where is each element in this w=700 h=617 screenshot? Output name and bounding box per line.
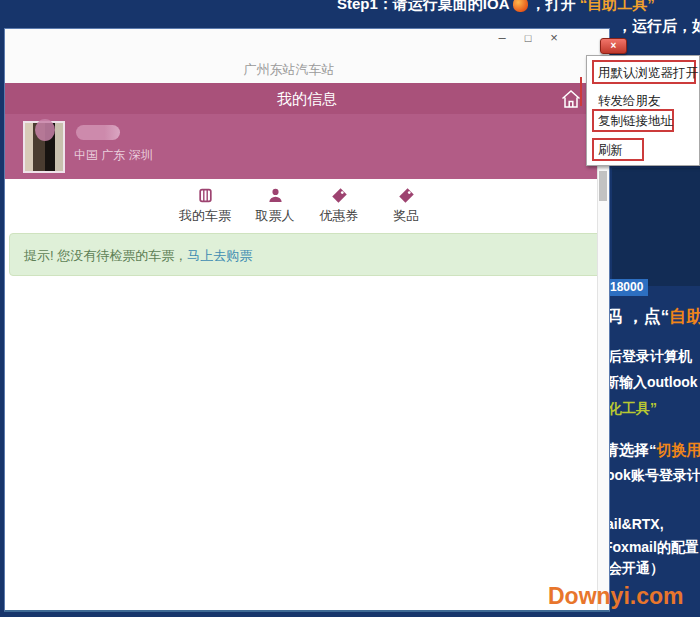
ioa-shield-icon — [513, 0, 528, 12]
titlebar: 广州东站汽车站 – □ × — [5, 29, 609, 83]
line-text: 码 ，点“ — [605, 307, 669, 326]
page-header: 我的信息 — [5, 83, 609, 114]
avatar-blur — [35, 119, 55, 141]
tutorial-run-line: ，运行后，如图 — [617, 17, 700, 36]
page-title: 我的信息 — [5, 90, 609, 109]
line-text: 请选择“ — [604, 441, 657, 458]
tutorial-close-icon[interactable]: × — [600, 38, 627, 54]
app-window: 广州东站汽车站 – □ × 我的信息 中国 广东 深圳 我的车票 — [4, 28, 610, 612]
tutorial-line-tool: 化工具” — [608, 400, 657, 418]
tab-label: 奖品 — [374, 207, 438, 225]
tutorial-line-select: 请选择“切换用 — [604, 441, 700, 460]
tab-label: 优惠券 — [307, 207, 371, 225]
tab-prizes[interactable]: 奖品 — [374, 187, 438, 225]
profile-location: 中国 广东 深圳 — [74, 147, 153, 164]
tutorial-line-open: 会开通） — [608, 560, 664, 578]
step-text: Step1：请运行桌面的IOA — [337, 0, 510, 12]
line-highlight: 切换用 — [657, 441, 700, 458]
annotation-mark — [580, 77, 582, 106]
ticket-icon — [173, 187, 237, 205]
window-title: 广州东站汽车站 — [5, 61, 609, 79]
scrollbar[interactable] — [597, 114, 609, 610]
tab-ticket-collector[interactable]: 取票人 — [243, 187, 307, 225]
profile-section: 中国 广东 深圳 — [5, 114, 609, 179]
menu-item-label: 转发给朋友 — [587, 94, 661, 108]
downyi-watermark: Downyi.com — [548, 583, 683, 610]
tab-bar: 我的车票 取票人 优惠券 奖品 — [5, 179, 609, 233]
context-menu: 用默认浏览器打开 转发给朋友 复制链接地址 刷新 — [586, 55, 700, 166]
no-ticket-alert: 提示! 您没有待检票的车票，马上去购票 — [9, 233, 602, 276]
tutorial-line-rtx: ail&RTX, — [606, 516, 664, 532]
window-controls: – □ × — [495, 31, 561, 45]
tutorial-line-foxmail: Foxmail的配置 — [604, 539, 699, 557]
tutorial-step-line: Step1：请运行桌面的IOA，打开 “自助工具” — [337, 0, 655, 14]
menu-item-open-in-browser[interactable]: 用默认浏览器打开 — [587, 65, 699, 82]
tag-icon — [307, 187, 371, 205]
tutorial-line-account: ook账号登录计 — [606, 467, 700, 485]
tutorial-line-login: 后登录计算机 — [608, 348, 692, 366]
menu-item-label: 用默认浏览器打开 — [587, 66, 698, 80]
maximize-button[interactable]: □ — [521, 31, 535, 45]
username-redacted — [76, 125, 120, 140]
step-highlight: “自助工具” — [580, 0, 655, 12]
tutorial-line-outlook: 新输入outlook — [605, 374, 698, 392]
scrollbar-thumb[interactable] — [599, 171, 607, 201]
tab-label: 取票人 — [243, 207, 307, 225]
buy-ticket-link[interactable]: 马上去购票 — [187, 248, 252, 263]
tag-icon — [374, 187, 438, 205]
close-button[interactable]: × — [547, 31, 561, 45]
menu-item-refresh[interactable]: 刷新 — [587, 142, 699, 159]
tab-my-tickets[interactable]: 我的车票 — [173, 187, 237, 225]
badge-18000: 18000 — [605, 279, 648, 296]
minimize-button[interactable]: – — [495, 31, 509, 45]
step-text-mid: ，打开 — [531, 0, 576, 12]
tab-coupons[interactable]: 优惠券 — [307, 187, 371, 225]
background-panel — [612, 168, 700, 286]
menu-item-label: 刷新 — [587, 143, 623, 157]
line-highlight: 自助 — [669, 307, 700, 326]
tutorial-line-password: 码 ，点“自助 — [605, 305, 700, 328]
screen: Step1：请运行桌面的IOA，打开 “自助工具” ，运行后，如图 18000 … — [0, 0, 700, 617]
avatar — [23, 121, 65, 173]
alert-text: 提示! 您没有待检票的车票， — [24, 248, 187, 263]
menu-item-copy-link[interactable]: 复制链接地址 — [587, 113, 699, 130]
alert-text-row: 提示! 您没有待检票的车票，马上去购票 — [24, 247, 252, 265]
tab-label: 我的车票 — [173, 207, 237, 225]
menu-item-forward-to-friend[interactable]: 转发给朋友 — [587, 93, 699, 110]
person-icon — [243, 187, 307, 205]
menu-item-label: 复制链接地址 — [587, 114, 673, 128]
